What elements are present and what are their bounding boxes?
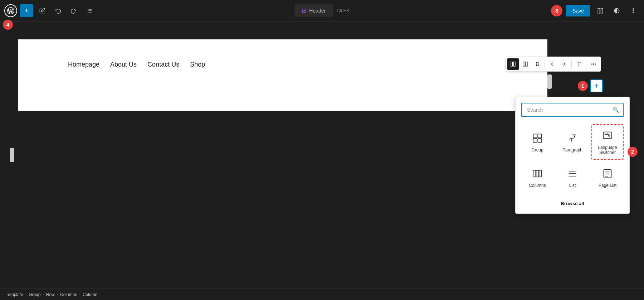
breadcrumb-template[interactable]: Template — [6, 292, 23, 297]
svg-point-24 — [591, 64, 592, 64]
search-box: 🔍 — [521, 103, 624, 117]
list-label: List — [569, 183, 576, 188]
toolbar-left: + — [4, 4, 96, 17]
list-icon — [566, 167, 579, 180]
svg-rect-27 — [533, 134, 537, 138]
toolbar-divider-3 — [586, 60, 586, 68]
edit-button[interactable] — [36, 4, 49, 17]
svg-rect-14 — [523, 62, 525, 66]
language-switcher-icon: 翻 — [601, 129, 614, 142]
block-tool-drag[interactable] — [532, 58, 543, 70]
canvas-area: Homepage About Us Contact Us Shop — [0, 21, 644, 289]
theme-toggle-button[interactable] — [610, 4, 623, 17]
block-tool-more[interactable] — [588, 58, 599, 70]
nav-item-shop[interactable]: Shop — [190, 61, 205, 68]
svg-point-19 — [538, 64, 538, 64]
group-icon — [531, 132, 544, 145]
undo-button[interactable] — [52, 4, 64, 17]
notification-badge-3[interactable]: 3 — [551, 5, 562, 16]
svg-rect-37 — [539, 170, 542, 177]
svg-point-21 — [538, 65, 538, 66]
block-tool-columns[interactable] — [507, 58, 519, 70]
svg-rect-28 — [538, 134, 542, 138]
toolbar-divider-2 — [571, 60, 572, 68]
search-icon: 🔍 — [613, 107, 619, 113]
block-tool-split[interactable] — [519, 58, 531, 70]
nav-menu: Homepage About Us Contact Us Shop — [18, 39, 547, 90]
content-frame: Homepage About Us Contact Us Shop — [18, 39, 547, 111]
block-item-group[interactable]: Group — [521, 124, 553, 160]
block-inserter-panel: 🔍 Group — [515, 97, 630, 214]
svg-rect-41 — [604, 169, 611, 178]
svg-rect-13 — [513, 62, 515, 66]
top-toolbar: + — [0, 0, 644, 21]
breadcrumb-column[interactable]: Column — [83, 292, 97, 297]
svg-point-17 — [538, 62, 538, 63]
block-item-page-list[interactable]: Page List — [591, 163, 624, 192]
svg-point-11 — [633, 12, 634, 13]
search-input[interactable] — [521, 103, 624, 117]
view-toggle-button[interactable] — [594, 4, 607, 17]
more-options-button[interactable] — [627, 4, 640, 17]
svg-point-26 — [595, 64, 596, 64]
badge-1: 1 — [578, 81, 588, 91]
svg-rect-15 — [526, 62, 527, 66]
breadcrumb-columns[interactable]: Columns — [60, 292, 77, 297]
breadcrumb-group[interactable]: Group — [29, 292, 40, 297]
svg-text:翻: 翻 — [608, 134, 610, 137]
block-item-paragraph[interactable]: Paragraph — [556, 124, 589, 160]
svg-rect-35 — [533, 170, 536, 177]
columns-icon — [531, 167, 544, 180]
svg-point-20 — [536, 65, 537, 66]
breadcrumb-sep-4: › — [79, 292, 80, 296]
paragraph-label: Paragraph — [562, 147, 582, 153]
header-title: Header — [309, 8, 326, 14]
block-tool-prev[interactable] — [546, 58, 558, 70]
breadcrumb-sep-2: › — [43, 292, 44, 296]
group-label: Group — [531, 147, 543, 153]
block-item-list[interactable]: List — [556, 163, 589, 192]
svg-point-25 — [593, 64, 594, 64]
paragraph-icon — [566, 132, 579, 145]
nav-item-about[interactable]: About Us — [110, 61, 137, 68]
svg-rect-30 — [538, 139, 542, 142]
nav-item-homepage[interactable]: Homepage — [68, 61, 99, 68]
block-tool-type[interactable] — [573, 58, 585, 70]
keyboard-shortcut: Ctrl+K — [336, 8, 349, 13]
svg-rect-6 — [598, 8, 600, 13]
list-view-button[interactable] — [83, 4, 96, 17]
breadcrumb-row[interactable]: Row — [46, 292, 55, 297]
svg-rect-29 — [533, 139, 537, 142]
header-indicator[interactable]: ⊞ Header Ctrl+K — [294, 4, 349, 17]
svg-rect-7 — [601, 8, 603, 13]
wordpress-logo[interactable] — [4, 4, 17, 17]
save-button[interactable]: Save — [566, 5, 590, 16]
redo-button[interactable] — [67, 4, 80, 17]
columns-label: Columns — [529, 183, 546, 188]
block-item-language-switcher[interactable]: 翻 Language Switcher — [591, 124, 624, 160]
block-item-columns[interactable]: Columns — [521, 163, 553, 192]
add-block-button[interactable]: + — [20, 4, 33, 17]
svg-rect-36 — [536, 170, 539, 177]
resize-handle-right[interactable] — [547, 74, 552, 89]
svg-rect-12 — [511, 62, 513, 66]
block-grid: Group Paragraph — [521, 124, 624, 192]
corner-badge-4: 4 — [3, 20, 13, 30]
block-tool-next[interactable] — [558, 58, 570, 70]
page-list-label: Page List — [599, 183, 616, 188]
svg-point-9 — [633, 8, 634, 9]
breadcrumb-sep-1: › — [25, 292, 26, 296]
svg-point-10 — [633, 10, 634, 11]
header-icon: ⊞ — [302, 7, 306, 14]
nav-item-contact[interactable]: Contact Us — [147, 61, 179, 68]
insert-block-button[interactable]: + — [590, 79, 603, 92]
badge-2: 2 — [628, 147, 638, 157]
breadcrumb-sep-3: › — [57, 292, 58, 296]
block-toolbar — [506, 57, 601, 72]
browse-all-link[interactable]: Browse all — [521, 198, 624, 208]
resize-handle-left[interactable] — [10, 148, 14, 162]
plus-icon: + — [25, 7, 29, 14]
toolbar-divider — [545, 60, 545, 68]
language-switcher-label: Language Switcher — [595, 145, 620, 155]
page-list-icon — [601, 167, 614, 180]
